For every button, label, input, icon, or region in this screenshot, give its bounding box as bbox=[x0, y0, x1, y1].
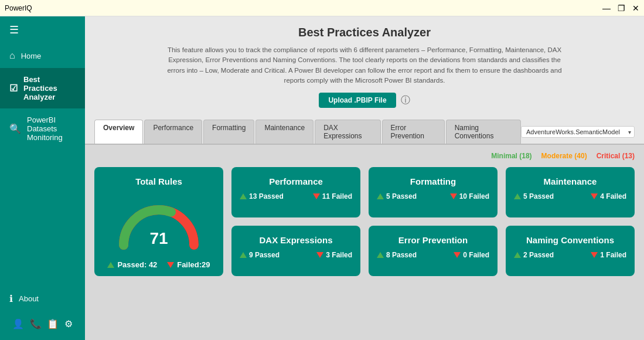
total-failed-label: Failed:29 bbox=[177, 260, 210, 269]
maintenance-stats: 5 Passed 4 Failed bbox=[514, 192, 626, 200]
datasets-icon: 🔍 bbox=[9, 123, 21, 134]
format-passed-icon bbox=[377, 193, 384, 199]
card-dax: DAX Expressions 9 Passed 3 Failed bbox=[231, 226, 360, 276]
total-rules-title: Total Rules bbox=[103, 176, 215, 186]
settings-icon[interactable]: ⚙ bbox=[64, 318, 73, 329]
page-title: Best Practices Analyzer bbox=[103, 26, 626, 39]
maintenance-passed: 5 Passed bbox=[514, 192, 554, 200]
dax-failed: 3 Failed bbox=[316, 251, 352, 259]
sidebar-item-datasets-label: PowerBI Datasets Monitoring bbox=[27, 115, 76, 142]
clipboard-icon[interactable]: 📋 bbox=[47, 318, 59, 329]
legend-critical: Critical (13) bbox=[597, 152, 635, 160]
card-error-prevention: Error Prevention 8 Passed 0 Failed bbox=[369, 226, 498, 276]
performance-title: Performance bbox=[240, 176, 352, 186]
maint-failed-icon bbox=[591, 193, 598, 199]
legend-row: Minimal (18) Moderate (40) Critical (13) bbox=[94, 152, 635, 160]
performance-failed: 11 Failed bbox=[313, 192, 352, 200]
gauge-svg: 71 bbox=[112, 192, 206, 251]
sidebar-top: ☰ ⌂ Home ☑ Best Practices Analyzer 🔍 Pow… bbox=[0, 16, 85, 149]
tab-formatting[interactable]: Formatting bbox=[203, 120, 254, 144]
menu-toggle-button[interactable]: ☰ bbox=[0, 16, 85, 43]
sidebar-item-about[interactable]: ℹ About bbox=[0, 286, 85, 311]
tab-error[interactable]: Error Prevention bbox=[382, 120, 445, 144]
maintenance-passed-value: 5 Passed bbox=[523, 192, 554, 200]
sidebar-item-best-practices-label: Best Practices Analyzer bbox=[23, 75, 76, 101]
tabs-row: Overview Performance Formatting Maintena… bbox=[85, 116, 644, 144]
dax-title: DAX Expressions bbox=[240, 235, 352, 245]
legend-minimal: Minimal (18) bbox=[491, 152, 531, 160]
card-maintenance: Maintenance 5 Passed 4 Failed bbox=[506, 167, 635, 217]
cards-grid: Total Rules 71 bbox=[94, 167, 635, 276]
maximize-button[interactable]: ❐ bbox=[618, 4, 625, 13]
best-practices-icon: ☑ bbox=[9, 83, 18, 94]
error-prevention-title: Error Prevention bbox=[377, 235, 489, 245]
sidebar-bottom: ℹ About 👤 📞 📋 ⚙ bbox=[0, 286, 85, 334]
error-prevention-stats: 8 Passed 0 Failed bbox=[377, 251, 489, 259]
tab-naming[interactable]: Naming Conventions bbox=[446, 120, 521, 144]
main-content: Best Practices Analyzer This feature all… bbox=[85, 16, 644, 340]
formatting-title: Formatting bbox=[377, 176, 489, 186]
svg-text:71: 71 bbox=[149, 229, 168, 247]
naming-failed-value: 1 Failed bbox=[600, 251, 626, 259]
naming-failed: 1 Failed bbox=[591, 251, 626, 259]
tab-performance[interactable]: Performance bbox=[144, 120, 202, 144]
card-naming: Naming Conventions 2 Passed 1 Failed bbox=[506, 226, 635, 276]
naming-passed-value: 2 Passed bbox=[523, 251, 554, 259]
tabs: Overview Performance Formatting Maintena… bbox=[94, 120, 521, 144]
error-passed-icon bbox=[377, 252, 384, 258]
tab-maintenance[interactable]: Maintenance bbox=[255, 120, 314, 144]
tab-overview[interactable]: Overview bbox=[94, 120, 143, 144]
error-passed: 8 Passed bbox=[377, 251, 417, 259]
minimize-button[interactable]: — bbox=[602, 4, 611, 13]
close-button[interactable]: ✕ bbox=[632, 4, 639, 13]
model-selector-wrapper[interactable]: AdventureWorks.SemanticModel bbox=[521, 126, 635, 138]
naming-stats: 2 Passed 1 Failed bbox=[514, 251, 626, 259]
sidebar-about-label: About bbox=[19, 294, 39, 303]
dax-passed: 9 Passed bbox=[240, 251, 280, 259]
formatting-failed-value: 10 Failed bbox=[459, 192, 489, 200]
sidebar-item-home-label: Home bbox=[21, 52, 42, 60]
title-bar-left: PowerIQ bbox=[5, 4, 32, 12]
user-icon[interactable]: 👤 bbox=[12, 318, 24, 329]
tab-dax[interactable]: DAX Expressions bbox=[315, 120, 380, 144]
performance-stats: 13 Passed 11 Failed bbox=[240, 192, 352, 200]
perf-failed-icon bbox=[313, 193, 320, 199]
sidebar-item-powerbi-datasets[interactable]: 🔍 PowerBI Datasets Monitoring bbox=[0, 108, 85, 149]
main-header: Best Practices Analyzer This feature all… bbox=[85, 16, 644, 116]
naming-passed-icon bbox=[514, 252, 521, 258]
info-icon[interactable]: ⓘ bbox=[401, 94, 410, 107]
error-failed-value: 0 Failed bbox=[463, 251, 489, 259]
card-performance: Performance 13 Passed 11 Failed bbox=[231, 167, 360, 217]
maintenance-title: Maintenance bbox=[514, 176, 626, 186]
app-name: PowerIQ bbox=[5, 4, 32, 12]
error-failed: 0 Failed bbox=[454, 251, 489, 259]
performance-failed-value: 11 Failed bbox=[322, 192, 352, 200]
maintenance-failed-value: 4 Failed bbox=[600, 192, 626, 200]
sidebar: ☰ ⌂ Home ☑ Best Practices Analyzer 🔍 Pow… bbox=[0, 16, 85, 340]
phone-icon[interactable]: 📞 bbox=[30, 318, 42, 329]
sidebar-item-home[interactable]: ⌂ Home bbox=[0, 43, 85, 68]
total-stats: Passed: 42 Failed:29 bbox=[103, 260, 215, 269]
formatting-passed: 5 Passed bbox=[377, 192, 417, 200]
upload-row: Upload .PBIP File ⓘ bbox=[103, 93, 626, 108]
passed-up-triangle bbox=[107, 262, 114, 268]
naming-failed-icon bbox=[591, 252, 598, 258]
model-selector[interactable]: AdventureWorks.SemanticModel bbox=[521, 126, 635, 138]
card-formatting: Formatting 5 Passed 10 Failed bbox=[369, 167, 498, 217]
total-passed: Passed: 42 bbox=[107, 260, 157, 269]
performance-passed: 13 Passed bbox=[240, 192, 284, 200]
title-bar: PowerIQ — ❐ ✕ bbox=[0, 0, 644, 16]
upload-button[interactable]: Upload .PBIP File bbox=[319, 93, 396, 108]
format-failed-icon bbox=[450, 193, 457, 199]
sidebar-item-best-practices[interactable]: ☑ Best Practices Analyzer bbox=[0, 68, 85, 108]
error-passed-value: 8 Passed bbox=[386, 251, 417, 259]
perf-passed-icon bbox=[240, 193, 247, 199]
performance-passed-value: 13 Passed bbox=[249, 192, 284, 200]
sidebar-bottom-icons: 👤 📞 📋 ⚙ bbox=[0, 314, 85, 334]
maint-passed-icon bbox=[514, 193, 521, 199]
page-description: This feature allows you to track the com… bbox=[159, 45, 570, 86]
failed-down-triangle bbox=[167, 262, 174, 268]
naming-passed: 2 Passed bbox=[514, 251, 554, 259]
gauge-container: 71 bbox=[103, 192, 215, 251]
home-icon: ⌂ bbox=[9, 50, 15, 61]
